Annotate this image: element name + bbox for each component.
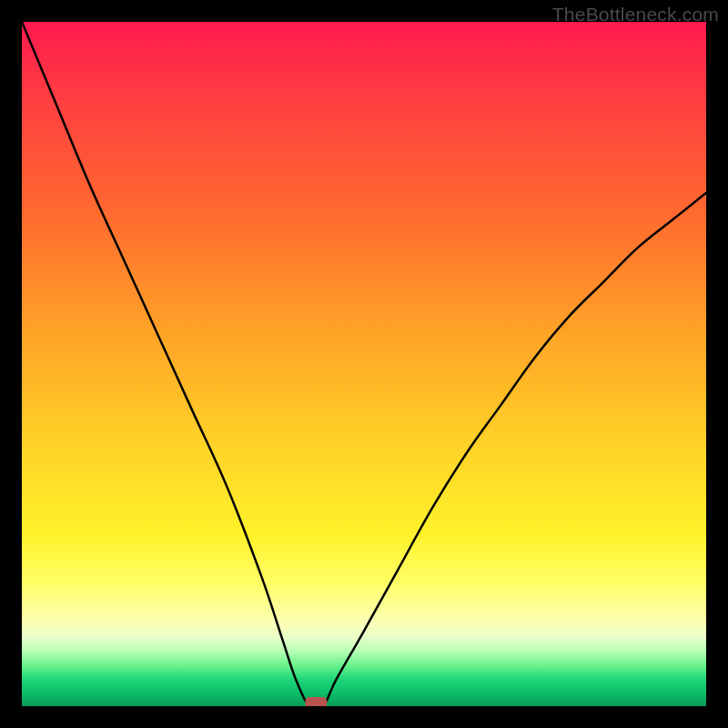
plot-area: [22, 22, 706, 706]
bottleneck-curve: [22, 22, 706, 706]
chart-frame: TheBottleneck.com: [0, 0, 728, 728]
bottleneck-marker: [305, 697, 327, 706]
watermark-text: TheBottleneck.com: [552, 4, 719, 25]
